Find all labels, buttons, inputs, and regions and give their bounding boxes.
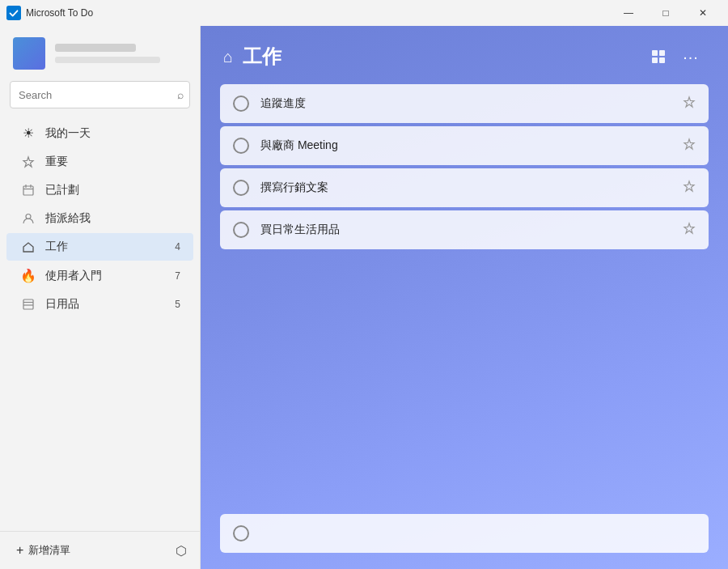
nav-badge-work: 4	[175, 241, 180, 253]
task-label: 與廠商 Meeting	[260, 138, 683, 153]
main-content: ⌂ 工作 ··· 追蹤進度與廠商 Meeting撰寫行銷文案買日常生活用	[201, 26, 728, 569]
main-actions: ···	[644, 42, 705, 71]
svg-rect-2	[23, 186, 33, 195]
sidebar-item-assigned[interactable]: 指派給我	[6, 205, 193, 232]
task-complete-circle[interactable]	[233, 96, 249, 112]
work-home-icon: ⌂	[223, 48, 233, 66]
svg-rect-7	[23, 299, 33, 309]
nav-label-my-day: 我的一天	[45, 126, 180, 141]
main-header: ⌂ 工作 ···	[201, 26, 728, 84]
task-star-icon[interactable]	[683, 222, 696, 238]
svg-rect-10	[652, 50, 658, 56]
user-avatar-section[interactable]	[0, 26, 200, 81]
nav-icon-work	[19, 240, 37, 253]
task-star-icon[interactable]	[683, 138, 696, 154]
svg-marker-1	[23, 157, 33, 167]
task-item[interactable]: 撰寫行銷文案	[220, 168, 709, 207]
task-item[interactable]: 買日常生活用品	[220, 210, 709, 249]
nav-badge-daily-items: 5	[175, 299, 180, 310]
task-label: 撰寫行銷文案	[260, 180, 683, 195]
task-label: 買日常生活用品	[260, 223, 683, 237]
add-list-button[interactable]: + 新增清單	[13, 540, 74, 561]
more-options-icon: ···	[683, 48, 699, 66]
add-list-label: 新增清單	[28, 543, 70, 558]
sidebar-item-work[interactable]: 工作4	[6, 233, 193, 261]
new-task-input[interactable]	[257, 527, 696, 540]
grid-view-icon	[651, 49, 666, 64]
new-task-row	[220, 514, 709, 553]
svg-rect-13	[659, 57, 665, 63]
search-box: ⌕	[10, 81, 190, 108]
nav-label-assigned: 指派給我	[45, 211, 180, 226]
nav-icon-daily-items	[19, 298, 37, 311]
task-item[interactable]: 與廠商 Meeting	[220, 126, 709, 165]
svg-rect-12	[652, 57, 658, 63]
task-complete-circle[interactable]	[233, 222, 249, 238]
task-item[interactable]: 追蹤進度	[220, 84, 709, 123]
user-name-placeholder	[55, 44, 136, 52]
nav-icon-my-day: ☀	[19, 125, 37, 141]
task-label: 追蹤進度	[260, 96, 683, 111]
sidebar-item-planned[interactable]: 已計劃	[6, 176, 193, 204]
sidebar-nav: ☀我的一天重要已計劃指派給我工作4🔥使用者入門7日用品5	[0, 115, 200, 531]
nav-icon-important	[19, 155, 37, 168]
main-footer	[201, 498, 728, 569]
nav-icon-onboarding: 🔥	[19, 268, 37, 283]
app-body: ⌕ ☀我的一天重要已計劃指派給我工作4🔥使用者入門7日用品5 + 新增清單 ⬡ …	[0, 26, 728, 569]
close-button[interactable]: ✕	[684, 0, 722, 26]
new-task-circle-icon	[233, 525, 249, 541]
task-star-icon[interactable]	[683, 180, 696, 196]
window-controls: — □ ✕	[610, 0, 722, 26]
sidebar: ⌕ ☀我的一天重要已計劃指派給我工作4🔥使用者入門7日用品5 + 新增清單 ⬡	[0, 26, 201, 569]
task-complete-circle[interactable]	[233, 138, 249, 154]
grid-view-button[interactable]	[644, 42, 673, 71]
add-icon: +	[16, 543, 23, 558]
tasks-list: 追蹤進度與廠商 Meeting撰寫行銷文案買日常生活用品	[201, 84, 728, 498]
svg-marker-16	[684, 181, 694, 191]
svg-marker-17	[684, 223, 694, 233]
title-bar: Microsoft To Do — □ ✕	[0, 0, 728, 26]
task-complete-circle[interactable]	[233, 180, 249, 196]
user-email-placeholder	[55, 57, 160, 63]
nav-icon-planned	[19, 184, 37, 197]
main-title-group: ⌂ 工作	[223, 44, 281, 70]
nav-icon-assigned	[19, 212, 37, 225]
export-icon[interactable]: ⬡	[176, 543, 187, 558]
sidebar-item-my-day[interactable]: ☀我的一天	[6, 119, 193, 147]
nav-label-work: 工作	[45, 240, 171, 254]
more-options-button[interactable]: ···	[676, 42, 705, 71]
user-info	[55, 44, 187, 63]
nav-badge-onboarding: 7	[175, 270, 180, 282]
nav-label-daily-items: 日用品	[45, 297, 171, 312]
nav-label-planned: 已計劃	[45, 183, 180, 197]
minimize-button[interactable]: —	[610, 0, 647, 26]
svg-rect-0	[6, 6, 21, 20]
sidebar-item-daily-items[interactable]: 日用品5	[6, 291, 193, 318]
svg-rect-11	[659, 50, 665, 56]
nav-label-important: 重要	[45, 155, 180, 169]
svg-marker-14	[684, 97, 694, 107]
app-title: Microsoft To Do	[26, 7, 610, 19]
svg-marker-15	[684, 139, 694, 149]
nav-label-onboarding: 使用者入門	[45, 269, 171, 283]
sidebar-item-onboarding[interactable]: 🔥使用者入門7	[6, 261, 193, 290]
task-star-icon[interactable]	[683, 96, 696, 112]
sidebar-item-important[interactable]: 重要	[6, 148, 193, 176]
app-logo-icon	[6, 6, 21, 20]
main-title: 工作	[243, 44, 281, 70]
maximize-button[interactable]: □	[647, 0, 684, 26]
search-input[interactable]	[10, 81, 190, 108]
avatar	[13, 37, 45, 70]
sidebar-footer: + 新增清單 ⬡	[0, 531, 200, 569]
